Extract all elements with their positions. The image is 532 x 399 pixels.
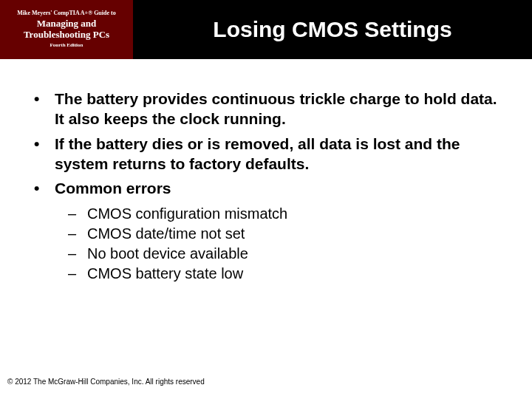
book-title-block: Mike Meyers' CompTIA A+® Guide to Managi… [0, 0, 133, 59]
bullet-item: If the battery dies or is removed, all d… [25, 134, 507, 174]
bullet-item: Common errors [25, 178, 507, 198]
sub-bullet-item: CMOS configuration mismatch [25, 204, 507, 224]
book-title-line: Managing and Troubleshooting PCs [4, 18, 129, 41]
copyright-footer: © 2012 The McGraw-Hill Companies, Inc. A… [7, 378, 205, 386]
sub-bullet-item: CMOS battery state low [25, 264, 507, 284]
slide-title-area: Losing CMOS Settings [133, 0, 532, 59]
sub-bullet-item: CMOS date/time not set [25, 224, 507, 244]
book-edition-line: Fourth Edition [4, 43, 129, 49]
bullet-list: The battery provides continuous trickle … [25, 89, 507, 198]
slide-content: The battery provides continuous trickle … [0, 59, 532, 284]
slide-header: Mike Meyers' CompTIA A+® Guide to Managi… [0, 0, 532, 59]
bullet-item: The battery provides continuous trickle … [25, 89, 507, 129]
slide-title: Losing CMOS Settings [213, 17, 451, 42]
book-series-line: Mike Meyers' CompTIA A+® Guide to [4, 10, 129, 17]
sub-bullet-list: CMOS configuration mismatch CMOS date/ti… [25, 204, 507, 284]
sub-bullet-item: No boot device available [25, 244, 507, 264]
